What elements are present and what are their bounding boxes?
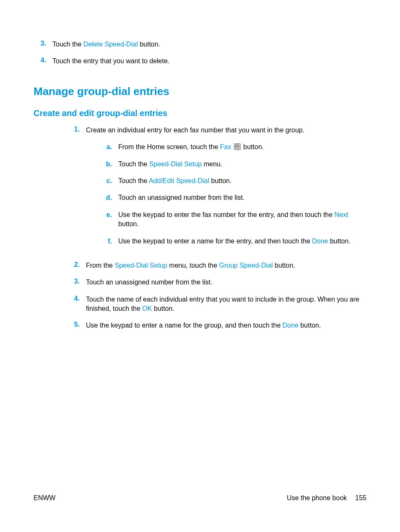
list-item: 5. Use the keypad to enter a name for th…: [67, 321, 366, 330]
ui-reference: Done: [312, 238, 328, 245]
list-item: c. Touch the Add/Edit Speed-Dial button.: [99, 176, 366, 186]
main-ordered-list: 1. Create an individual entry for each f…: [34, 126, 366, 331]
document-page: 3. Touch the Delete Speed-Dial button. 4…: [0, 0, 400, 532]
ui-reference: Delete Speed-Dial: [83, 41, 138, 48]
list-marker: 4.: [67, 295, 86, 314]
page-footer: ENWW Use the phone book155: [34, 494, 366, 502]
list-text: Use the keypad to enter the fax number f…: [118, 210, 366, 229]
list-marker: d.: [99, 193, 118, 202]
list-item: f. Use the keypad to enter a name for th…: [99, 237, 366, 246]
list-text: Touch the Add/Edit Speed-Dial button.: [118, 176, 366, 186]
list-text: Touch the Speed-Dial Setup menu.: [118, 160, 366, 169]
ui-reference: Done: [283, 322, 299, 329]
list-text: Touch the entry that you want to delete.: [52, 57, 366, 66]
list-item: 4. Touch the entry that you want to dele…: [34, 57, 366, 66]
list-marker: f.: [99, 237, 118, 246]
list-text: Use the keypad to enter a name for the e…: [118, 237, 366, 246]
list-text: Use the keypad to enter a name for the g…: [86, 321, 366, 330]
list-marker: 4.: [34, 57, 52, 66]
list-text: Touch an unassigned number from the list…: [118, 193, 366, 202]
top-ordered-list: 3. Touch the Delete Speed-Dial button. 4…: [34, 40, 366, 66]
fax-icon: [234, 143, 241, 150]
ui-reference: Next: [335, 211, 348, 218]
ui-reference: Add/Edit Speed-Dial: [149, 177, 209, 184]
list-text: From the Speed-Dial Setup menu, touch th…: [86, 261, 366, 270]
list-item: a. From the Home screen, touch the Fax b…: [99, 142, 366, 152]
ui-reference: Group Speed-Dial: [219, 262, 273, 269]
list-marker: 3.: [67, 278, 86, 287]
heading-manage-group-dial: Manage group-dial entries: [34, 85, 366, 98]
list-marker: 2.: [67, 261, 86, 270]
list-item: 2. From the Speed-Dial Setup menu, touch…: [67, 261, 366, 270]
list-marker: e.: [99, 210, 118, 229]
list-marker: c.: [99, 176, 118, 186]
list-text: Touch an unassigned number from the list…: [86, 278, 366, 287]
footer-section: Use the phone book: [287, 494, 347, 501]
list-item: 3. Touch the Delete Speed-Dial button.: [34, 40, 366, 49]
list-text: Touch the name of each individual entry …: [86, 295, 366, 314]
ui-reference: OK: [142, 305, 152, 312]
list-text: Touch the Delete Speed-Dial button.: [52, 40, 366, 49]
list-marker: 1.: [67, 126, 86, 253]
list-marker: 3.: [34, 40, 52, 49]
list-item: 4. Touch the name of each individual ent…: [67, 295, 366, 314]
ui-reference: Speed-Dial Setup: [114, 262, 167, 269]
heading-create-edit-group-dial: Create and edit group-dial entries: [34, 108, 366, 118]
ui-reference: Fax: [220, 143, 231, 150]
list-text: Create an individual entry for each fax …: [86, 126, 366, 253]
sub-ordered-list: a. From the Home screen, touch the Fax b…: [86, 142, 366, 246]
list-item: e. Use the keypad to enter the fax numbe…: [99, 210, 366, 229]
footer-right: Use the phone book155: [287, 494, 366, 502]
footer-left: ENWW: [34, 494, 55, 502]
list-marker: a.: [99, 142, 118, 152]
list-marker: 5.: [67, 321, 86, 330]
list-item: 1. Create an individual entry for each f…: [67, 126, 366, 253]
list-item: 3. Touch an unassigned number from the l…: [67, 278, 366, 287]
list-item: d. Touch an unassigned number from the l…: [99, 193, 366, 202]
list-marker: b.: [99, 160, 118, 169]
list-item: b. Touch the Speed-Dial Setup menu.: [99, 160, 366, 169]
page-number: 155: [355, 494, 366, 501]
list-text: From the Home screen, touch the Fax butt…: [118, 142, 366, 152]
ui-reference: Speed-Dial Setup: [149, 160, 202, 168]
